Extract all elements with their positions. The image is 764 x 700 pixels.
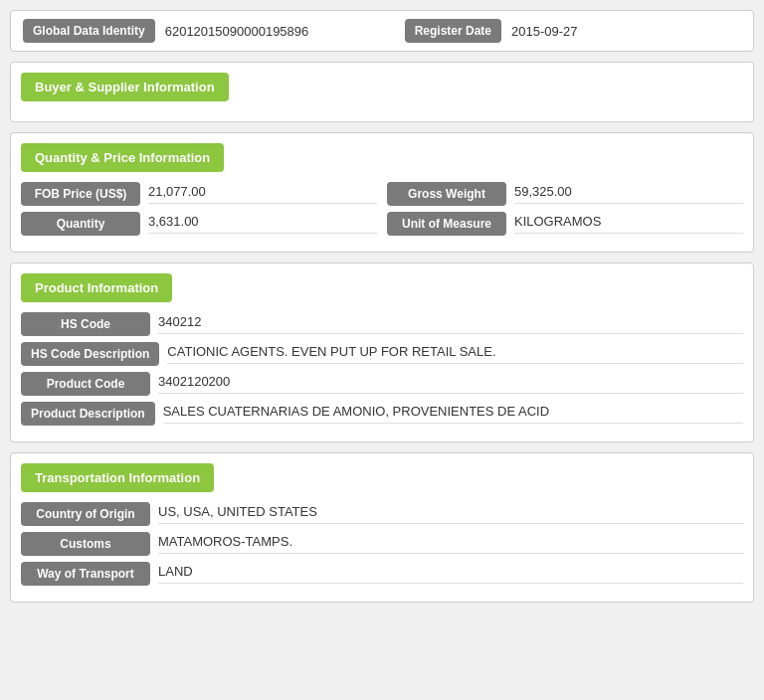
gross-weight-col: Gross Weight 59,325.00 [387, 182, 743, 206]
hs-code-row: HS Code 340212 [21, 312, 743, 336]
quantity-uom-row: Quantity 3,631.00 Unit of Measure KILOGR… [21, 212, 743, 236]
product-info-header: Product Information [21, 273, 172, 302]
gross-weight-label: Gross Weight [387, 182, 506, 206]
identity-bar: Global Data Identity 6201201509000019589… [10, 10, 754, 52]
quantity-price-section: Quantity & Price Information FOB Price (… [10, 132, 754, 253]
product-desc-label: Product Description [21, 402, 155, 426]
product-code-value: 3402120200 [158, 374, 743, 394]
buyer-supplier-header: Buyer & Supplier Information [21, 73, 229, 101]
customs-value: MATAMOROS-TAMPS. [158, 534, 743, 554]
fob-gross-row: FOB Price (US$) 21,077.00 Gross Weight 5… [21, 182, 743, 206]
fob-price-col: FOB Price (US$) 21,077.00 [21, 182, 377, 206]
quantity-value: 3,631.00 [148, 214, 377, 234]
hs-code-desc-label: HS Code Description [21, 342, 159, 366]
way-of-transport-label: Way of Transport [21, 562, 150, 586]
country-of-origin-value: US, USA, UNITED STATES [158, 504, 743, 524]
register-date-value: 2015-09-27 [511, 24, 741, 39]
country-of-origin-label: Country of Origin [21, 502, 150, 526]
buyer-supplier-section: Buyer & Supplier Information [10, 62, 754, 122]
quantity-label: Quantity [21, 212, 140, 236]
product-info-section: Product Information HS Code 340212 HS Co… [10, 262, 754, 442]
fob-price-value: 21,077.00 [148, 184, 377, 204]
transportation-header: Transportation Information [21, 463, 214, 492]
product-code-row: Product Code 3402120200 [21, 372, 743, 396]
way-of-transport-value: LAND [158, 564, 743, 584]
unit-of-measure-value: KILOGRAMOS [514, 214, 743, 234]
transportation-section: Transportation Information Country of Or… [10, 452, 754, 603]
hs-code-desc-value: CATIONIC AGENTS. EVEN PUT UP FOR RETAIL … [167, 344, 743, 364]
way-of-transport-row: Way of Transport LAND [21, 562, 743, 586]
hs-code-desc-row: HS Code Description CATIONIC AGENTS. EVE… [21, 342, 743, 366]
customs-label: Customs [21, 532, 150, 556]
quantity-price-header: Quantity & Price Information [21, 143, 224, 172]
customs-row: Customs MATAMOROS-TAMPS. [21, 532, 743, 556]
global-data-identity-label: Global Data Identity [23, 19, 155, 43]
page-wrapper: Global Data Identity 6201201509000019589… [10, 10, 754, 603]
gross-weight-value: 59,325.00 [514, 184, 743, 204]
unit-of-measure-label: Unit of Measure [387, 212, 506, 236]
product-desc-value: SALES CUATERNARIAS DE AMONIO, PROVENIENT… [163, 404, 743, 424]
global-data-identity-value: 62012015090000195896 [165, 24, 395, 39]
product-desc-row: Product Description SALES CUATERNARIAS D… [21, 402, 743, 426]
hs-code-value: 340212 [158, 314, 743, 334]
hs-code-label: HS Code [21, 312, 150, 336]
register-date-label: Register Date [405, 19, 501, 43]
quantity-col: Quantity 3,631.00 [21, 212, 377, 236]
country-of-origin-row: Country of Origin US, USA, UNITED STATES [21, 502, 743, 526]
fob-price-label: FOB Price (US$) [21, 182, 140, 206]
unit-of-measure-col: Unit of Measure KILOGRAMOS [387, 212, 743, 236]
product-code-label: Product Code [21, 372, 150, 396]
